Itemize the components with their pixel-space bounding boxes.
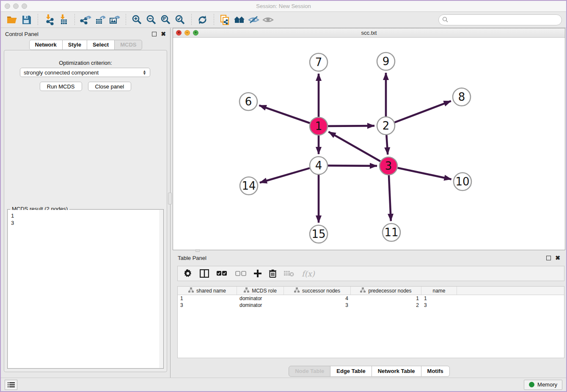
tab-mcds[interactable]: MCDS xyxy=(114,40,142,50)
node-4[interactable]: 4 xyxy=(310,157,328,174)
svg-text:14: 14 xyxy=(242,179,256,192)
edge-4-14[interactable] xyxy=(260,168,310,182)
export-image-icon[interactable] xyxy=(107,14,122,26)
table-toolbar: f(x) xyxy=(177,266,564,281)
close-table-panel-icon[interactable]: ✖ xyxy=(555,256,560,260)
table-panel-title: Table Panel xyxy=(178,255,206,261)
table-tabs: Node TableEdge TableNetwork TableMotifs xyxy=(173,366,565,377)
search-input[interactable] xyxy=(438,14,562,25)
show-hidden-icon[interactable] xyxy=(261,14,275,26)
memory-status-icon xyxy=(529,382,534,387)
delete-column-icon[interactable] xyxy=(269,269,276,278)
criterion-dropdown[interactable]: strongly connected component ▲▼ xyxy=(20,68,150,77)
toolbar-separator xyxy=(214,14,214,26)
network-canvas[interactable]: 7968124314101511 xyxy=(173,38,565,250)
window-title: Session: New Session xyxy=(1,3,566,9)
main-area: Control Panel ✖ NetworkStyleSelectMCDS O… xyxy=(1,28,566,378)
tab-edge-table[interactable]: Edge Table xyxy=(330,366,372,377)
node-10[interactable]: 10 xyxy=(454,173,471,190)
close-panel-button[interactable]: Close panel xyxy=(88,82,132,91)
network-graph[interactable]: 7968124314101511 xyxy=(173,38,565,250)
zoom-fit-icon[interactable] xyxy=(159,14,173,26)
tab-node-table[interactable]: Node Table xyxy=(289,366,330,377)
table-row[interactable]: 3dominator323 xyxy=(178,302,564,309)
node-15[interactable]: 15 xyxy=(310,225,328,243)
node-table[interactable]: shared nameMCDS rolesuccessor nodesprede… xyxy=(177,286,564,358)
node-2[interactable]: 2 xyxy=(377,117,395,135)
status-bar: Memory xyxy=(1,378,566,391)
column-header-shared-name[interactable]: shared name xyxy=(178,287,237,295)
column-header-name[interactable]: name xyxy=(421,287,457,295)
table-cell: 3 xyxy=(178,302,237,308)
table-cell: 4 xyxy=(284,295,351,301)
deselect-all-icon[interactable] xyxy=(235,271,246,276)
tab-network[interactable]: Network xyxy=(29,40,63,50)
close-panel-icon[interactable]: ✖ xyxy=(161,32,166,36)
run-mcds-button[interactable]: Run MCDS xyxy=(40,82,82,91)
import-table-icon[interactable] xyxy=(56,14,71,26)
node-1[interactable]: 1 xyxy=(310,117,328,135)
svg-text:11: 11 xyxy=(384,226,398,239)
open-file-icon[interactable] xyxy=(5,14,19,26)
hide-selected-icon[interactable] xyxy=(247,14,261,26)
toolbar-separator xyxy=(74,14,75,26)
mcds-result-list[interactable]: 13 xyxy=(8,210,163,368)
zoom-selected-icon[interactable] xyxy=(173,14,187,26)
table-cell: dominator xyxy=(237,302,284,308)
export-table-icon[interactable] xyxy=(93,14,107,26)
edge-1-2[interactable] xyxy=(328,126,374,126)
add-column-icon[interactable] xyxy=(254,270,261,277)
network-view-window: ✕ − + scc.txt 7968124314101511 xyxy=(173,28,565,250)
clone-network-icon[interactable] xyxy=(218,14,232,26)
export-network-icon[interactable] xyxy=(79,14,93,26)
tab-select[interactable]: Select xyxy=(87,40,115,50)
main-toolbar xyxy=(1,12,566,28)
svg-text:9: 9 xyxy=(383,55,390,68)
node-14[interactable]: 14 xyxy=(240,177,258,195)
node-9[interactable]: 9 xyxy=(377,52,395,70)
edge-3-1[interactable] xyxy=(328,132,380,161)
edge-3-10[interactable] xyxy=(398,168,451,179)
home-view-icon[interactable] xyxy=(232,14,247,26)
delete-table-icon xyxy=(284,270,294,277)
edge-1-6[interactable] xyxy=(259,105,310,123)
import-network-icon[interactable] xyxy=(42,14,56,26)
tree-hierarchy-icon xyxy=(244,287,249,294)
zoom-out-icon[interactable] xyxy=(144,14,159,26)
edge-4-3[interactable] xyxy=(328,166,377,166)
edge-3-11[interactable] xyxy=(389,175,391,221)
node-6[interactable]: 6 xyxy=(239,93,257,110)
memory-button[interactable]: Memory xyxy=(524,380,562,390)
save-session-icon[interactable] xyxy=(19,14,34,26)
float-table-panel-icon[interactable] xyxy=(546,256,551,260)
gear-icon[interactable] xyxy=(184,269,192,278)
table-cell: 1 xyxy=(178,295,237,301)
column-header-successor-nodes[interactable]: successor nodes xyxy=(284,287,351,295)
column-header-MCDS-role[interactable]: MCDS role xyxy=(237,287,284,295)
task-history-button[interactable] xyxy=(5,380,17,390)
node-8[interactable]: 8 xyxy=(453,88,471,106)
node-7[interactable]: 7 xyxy=(310,53,328,71)
node-3[interactable]: 3 xyxy=(380,157,397,175)
node-11[interactable]: 11 xyxy=(383,224,400,241)
float-panel-icon[interactable] xyxy=(152,32,157,36)
vertical-splitter-handle[interactable] xyxy=(168,193,172,204)
column-label: predecessor nodes xyxy=(368,288,411,294)
select-all-icon[interactable] xyxy=(217,271,228,276)
refresh-layout-icon[interactable] xyxy=(195,14,210,26)
control-panel-header: Control Panel ✖ xyxy=(1,28,170,40)
column-header-predecessor-nodes[interactable]: predecessor nodes xyxy=(351,287,421,295)
svg-text:6: 6 xyxy=(245,95,252,108)
zoom-in-icon[interactable] xyxy=(130,14,144,26)
edge-2-3[interactable] xyxy=(386,135,388,155)
optimization-criterion-label: Optimization criterion: xyxy=(4,60,167,66)
edge-2-8[interactable] xyxy=(395,101,451,123)
result-scrollbar[interactable] xyxy=(159,210,163,368)
split-panes-icon[interactable] xyxy=(200,269,209,278)
tab-motifs[interactable]: Motifs xyxy=(421,366,450,377)
table-row[interactable]: 1dominator411 xyxy=(178,295,564,302)
tab-style[interactable]: Style xyxy=(62,40,87,50)
tab-network-table[interactable]: Network Table xyxy=(372,366,421,377)
control-panel-title: Control Panel xyxy=(5,31,39,37)
table-cell: 1 xyxy=(351,295,421,301)
